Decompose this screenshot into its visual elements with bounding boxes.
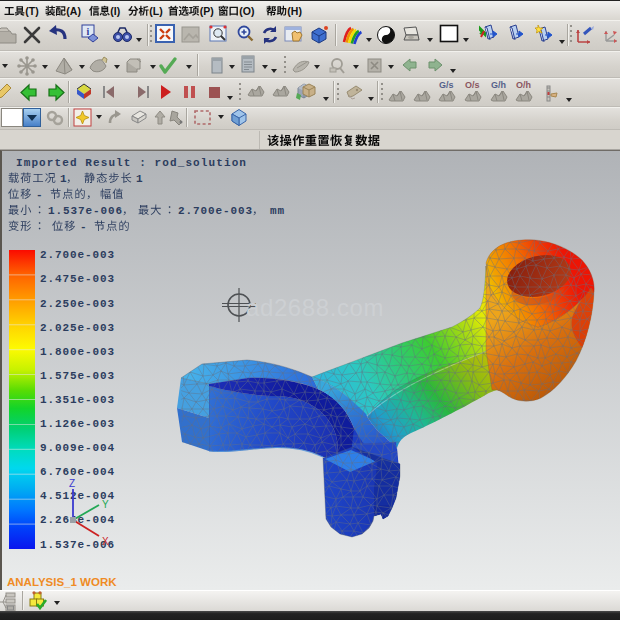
svg-text:2.250e-003: 2.250e-003 [40, 298, 115, 310]
svg-text:ad2688.com: ad2688.com [246, 294, 384, 321]
svg-text:1.126e-003: 1.126e-003 [40, 418, 115, 430]
svg-text:2.700e-003: 2.700e-003 [178, 205, 253, 217]
svg-text:(L): (L) [149, 5, 162, 17]
svg-text:mm: mm [270, 205, 285, 217]
svg-text:(T): (T) [25, 5, 38, 17]
svg-text:Imported Result : rod_solution: Imported Result : rod_solution [16, 157, 247, 169]
svg-text:ANALYSIS_1 WORK: ANALYSIS_1 WORK [7, 576, 117, 588]
svg-text:1.575e-003: 1.575e-003 [40, 370, 115, 382]
svg-text:2.025e-003: 2.025e-003 [40, 322, 115, 334]
svg-text:6.760e-004: 6.760e-004 [40, 466, 115, 478]
svg-text:X: X [102, 536, 109, 547]
svg-text:1: 1 [60, 173, 68, 185]
svg-text:-: - [36, 189, 44, 201]
svg-text:Z: Z [69, 478, 75, 489]
svg-text:2.475e-003: 2.475e-003 [40, 273, 115, 285]
svg-text:Y: Y [102, 499, 109, 510]
svg-text:(P): (P) [200, 5, 214, 17]
svg-text:9.009e-004: 9.009e-004 [40, 442, 115, 454]
svg-text:2.700e-003: 2.700e-003 [40, 249, 115, 261]
svg-text:i: i [87, 26, 90, 37]
svg-text:1.351e-003: 1.351e-003 [40, 394, 115, 406]
svg-text:-: - [80, 221, 88, 233]
svg-text:1.800e-003: 1.800e-003 [40, 346, 115, 358]
svg-text:(A): (A) [66, 5, 81, 17]
svg-text:1.537e-006: 1.537e-006 [48, 205, 123, 217]
svg-text:1: 1 [136, 173, 144, 185]
svg-text:(I): (I) [110, 5, 120, 17]
svg-text:(H): (H) [287, 5, 302, 17]
svg-text:2.264e-004: 2.264e-004 [40, 514, 115, 526]
svg-text:(O): (O) [239, 5, 254, 17]
